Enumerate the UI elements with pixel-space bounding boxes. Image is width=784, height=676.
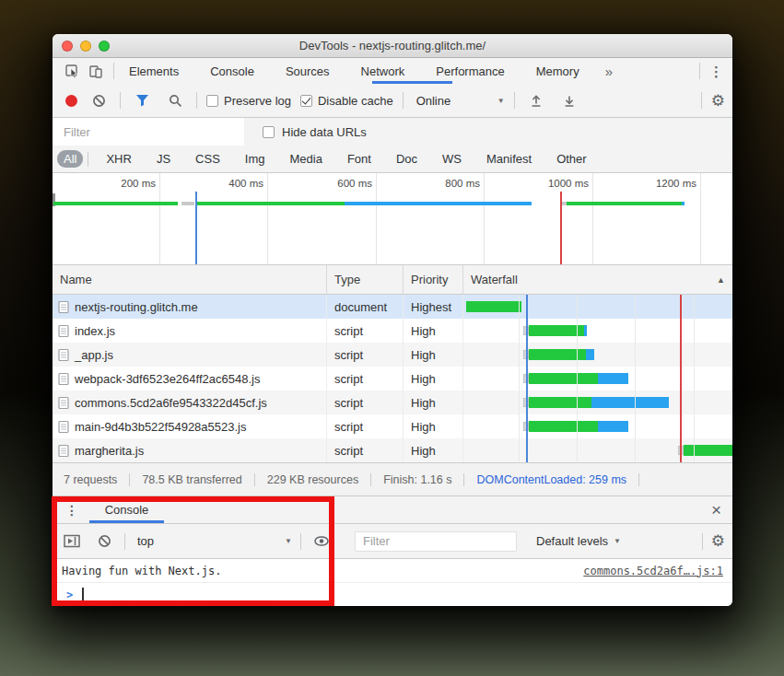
network-filter-row: Filter Hide data URLs: [53, 118, 732, 146]
file-icon: [58, 348, 69, 362]
filter-toggle-button[interactable]: [130, 89, 154, 111]
table-row[interactable]: _app.jsscriptHigh: [53, 343, 732, 367]
type-filter-css[interactable]: CSS: [189, 150, 227, 168]
overview-activity-bar: [345, 202, 532, 205]
record-network-log-button[interactable]: [65, 95, 77, 107]
overview-gridline: [376, 173, 377, 264]
network-filter-input[interactable]: Filter: [53, 118, 244, 146]
overview-activity-bar: [197, 202, 345, 205]
type-filter-manifest[interactable]: Manifest: [480, 150, 538, 168]
console-settings-gear-icon[interactable]: ⚙: [711, 533, 725, 549]
upload-icon: [530, 94, 543, 108]
column-header-waterfall[interactable]: Waterfall▲: [463, 265, 732, 294]
divider: [638, 473, 639, 486]
download-icon: [563, 94, 576, 108]
throttling-dropdown[interactable]: Online ▼: [416, 94, 505, 108]
waterfall-bar-green: [684, 445, 732, 456]
table-row[interactable]: nextjs-routing.glitch.medocumentHighest: [53, 295, 732, 319]
divider: [699, 63, 700, 79]
chevron-down-icon: ▼: [614, 537, 621, 545]
type-filter-js[interactable]: JS: [150, 150, 177, 168]
waterfall-bar-blue: [598, 421, 628, 432]
request-type-cell: script: [327, 414, 404, 438]
type-filter-all[interactable]: All: [57, 150, 83, 168]
type-filter-other[interactable]: Other: [550, 150, 593, 168]
dcl-event-marker: [526, 295, 528, 462]
table-row[interactable]: main-9d4b3b522f54928a5523.jsscriptHigh: [53, 414, 732, 438]
divider: [370, 473, 371, 486]
type-filter-img[interactable]: Img: [239, 150, 272, 168]
search-icon: [169, 94, 182, 108]
divider: [463, 473, 464, 486]
search-button[interactable]: [163, 89, 187, 111]
request-type-cell: document: [327, 295, 404, 319]
checkbox-unchecked-icon: [263, 126, 275, 138]
tab-elements[interactable]: Elements: [127, 60, 181, 83]
device-toolbar-icon: [88, 64, 104, 79]
request-waterfall-cell: [463, 343, 732, 367]
checkbox-checked-icon: [300, 95, 312, 107]
request-name-cell: index.js: [53, 319, 327, 343]
requests-table-header: NameTypePriorityWaterfall▲: [53, 265, 732, 295]
clear-network-log-button[interactable]: [87, 89, 111, 111]
tab-console[interactable]: Console: [208, 60, 256, 83]
table-row[interactable]: index.jsscriptHigh: [53, 319, 732, 343]
console-message-source-link[interactable]: commons.5cd2a6f….js:1: [583, 565, 723, 577]
file-icon: [58, 420, 69, 434]
overview-tick-label: 400 ms: [193, 178, 263, 189]
settings-gear-icon[interactable]: ⚙: [711, 93, 725, 109]
tab-performance[interactable]: Performance: [434, 60, 506, 83]
console-filter-input[interactable]: Filter: [355, 531, 517, 552]
tab-memory[interactable]: Memory: [534, 60, 581, 83]
waterfall-bar-blue: [591, 397, 669, 408]
file-icon: [58, 396, 69, 410]
export-har-button[interactable]: [557, 89, 581, 111]
waterfall-bar-green: [466, 301, 521, 312]
request-waterfall-cell: [463, 390, 732, 414]
file-icon: [58, 324, 69, 338]
import-har-button[interactable]: [524, 89, 548, 111]
overview-gridline: [484, 173, 485, 264]
type-filter-ws[interactable]: WS: [436, 150, 468, 168]
log-levels-dropdown[interactable]: Default levels ▼: [536, 534, 621, 548]
tab-network[interactable]: Network: [359, 60, 407, 83]
table-row[interactable]: webpack-3df6523e264ff2ac6548.jsscriptHig…: [53, 367, 732, 390]
type-filter-xhr[interactable]: XHR: [99, 150, 137, 168]
tab-sources[interactable]: Sources: [284, 60, 332, 83]
type-filter-font[interactable]: Font: [341, 150, 378, 168]
divider: [113, 63, 114, 79]
request-waterfall-cell: [463, 319, 732, 343]
column-header-name[interactable]: Name: [53, 265, 327, 294]
panel-tabs: ElementsConsoleSourcesNetworkPerformance…: [127, 60, 581, 83]
table-row[interactable]: margherita.jsscriptHigh: [53, 438, 732, 462]
chevron-down-icon: ▼: [497, 97, 505, 105]
waterfall-bar-green: [529, 325, 584, 336]
hide-data-urls-checkbox[interactable]: Hide data URLs: [263, 125, 367, 139]
domcontentloaded-time: DOMContentLoaded: 259 ms: [476, 473, 626, 486]
devtools-menu-button[interactable]: ⋮: [709, 64, 723, 78]
network-overview[interactable]: 200 ms400 ms600 ms800 ms1000 ms1200 ms: [53, 173, 732, 265]
table-row[interactable]: commons.5cd2a6fe9543322d45cf.jsscriptHig…: [53, 390, 732, 414]
request-type-cell: script: [327, 319, 404, 343]
divider: [702, 533, 703, 550]
load-event-marker: [560, 192, 562, 264]
file-icon: [58, 444, 69, 458]
request-name-cell: nextjs-routing.glitch.me: [53, 295, 327, 319]
overview-activity-bar: [682, 202, 685, 205]
close-drawer-button[interactable]: ×: [711, 501, 721, 519]
column-header-type[interactable]: Type: [327, 265, 404, 294]
column-header-priority[interactable]: Priority: [404, 265, 463, 294]
disable-cache-checkbox[interactable]: Disable cache: [300, 94, 393, 108]
overview-gridline: [159, 173, 160, 264]
overview-gridline: [592, 173, 593, 264]
device-toolbar-button[interactable]: [84, 60, 108, 82]
request-type-cell: script: [327, 438, 404, 462]
request-name-cell: _app.js: [53, 343, 327, 367]
request-name-cell: main-9d4b3b522f54928a5523.js: [53, 414, 327, 438]
type-filter-media[interactable]: Media: [283, 150, 328, 168]
more-tabs-button[interactable]: »: [605, 64, 613, 79]
file-icon: [58, 300, 69, 314]
inspect-element-button[interactable]: [60, 60, 84, 82]
type-filter-doc[interactable]: Doc: [390, 150, 424, 168]
preserve-log-checkbox[interactable]: Preserve log: [206, 94, 291, 108]
